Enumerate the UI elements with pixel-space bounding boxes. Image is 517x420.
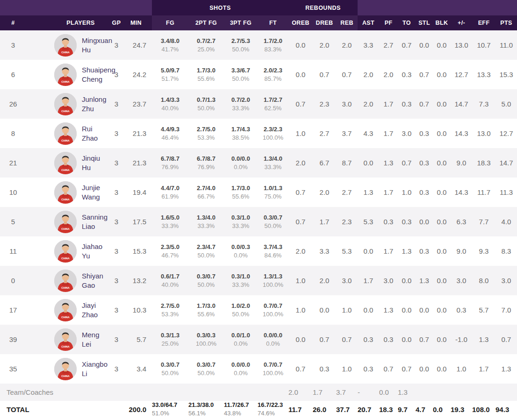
3pt-percentage: 0.0%: [224, 251, 258, 260]
ft-cell: 0.3/0.7 50.0%: [258, 207, 288, 236]
3pt-made-attempted: 0.0/0.0: [224, 155, 258, 163]
jersey-number: 21: [0, 148, 26, 178]
player-cell[interactable]: CHINA Shuaipeng Cheng: [26, 60, 107, 89]
3pt-made-attempted: 0.0/0.3: [224, 243, 258, 251]
player-cell[interactable]: CHINA Jiayi Zhao: [26, 295, 107, 325]
player-cell[interactable]: CHINA Mingxuan Hu: [26, 30, 107, 60]
player-name[interactable]: Shiyan Gao: [82, 271, 107, 290]
col-gp: GP: [107, 15, 126, 30]
pts-value: 12.7: [495, 119, 517, 148]
player-row[interactable]: 26 CHINA Junlong Zhu 3 23.7: [0, 89, 517, 119]
header-spacer-left: [0, 0, 152, 15]
to-value: 0.7: [398, 30, 416, 60]
total-2pt-pct: 56.1%: [188, 409, 224, 418]
player-row[interactable]: 21 CHINA Jinqiu Hu 3 21.3: [0, 148, 517, 178]
fg-made-attempted: 1.4/3.3: [152, 96, 188, 104]
oreb-value: 0.0: [288, 60, 313, 89]
ft-made-attempted: 0.0/0.0: [258, 331, 288, 340]
player-rows: 3 CHINA Mingxuan Hu 3 24.7: [0, 30, 517, 384]
col-3pt-fg: 3PT FG: [224, 15, 258, 30]
blk-value: 0.0: [433, 295, 451, 325]
player-avatar-icon: CHINA: [54, 270, 77, 292]
plus-minus-value: 13.0: [451, 30, 472, 60]
2pt-made-attempted: 0.3/0.7: [188, 361, 224, 369]
player-name[interactable]: Meng Lei: [82, 330, 107, 349]
min-value: 24.7: [126, 30, 152, 60]
col-dreb: DREB: [313, 15, 336, 30]
3pt-fg-cell: 0.0/0.3 0.0%: [224, 236, 258, 266]
jersey-number: 10: [0, 178, 26, 207]
pf-value: 1.7: [379, 236, 398, 266]
eff-value: 11.7: [472, 178, 495, 207]
player-row[interactable]: 0 CHINA Shiyan Gao 3 13.2: [0, 266, 517, 295]
min-value: 15.3: [126, 236, 152, 266]
player-name[interactable]: Junjie Wang: [82, 183, 107, 201]
player-row[interactable]: 8 CHINA Rui Zhao 3 21.3: [0, 119, 517, 148]
player-name[interactable]: Shuaipeng Cheng: [82, 65, 115, 84]
player-row[interactable]: 3 CHINA Mingxuan Hu 3 24.7: [0, 30, 517, 60]
dreb-value: 3.3: [313, 236, 336, 266]
stl-value: 0.3: [416, 178, 433, 207]
player-name[interactable]: Mingxuan Hu: [82, 36, 112, 54]
ft-cell: 2.3/2.3 100.0%: [258, 119, 288, 148]
player-cell[interactable]: CHINA Sanning Liao: [26, 207, 107, 236]
ft-cell: 2.0/2.3 85.7%: [258, 60, 288, 89]
stl-value: 1.3: [416, 266, 433, 295]
ft-percentage: 100.0%: [258, 281, 288, 289]
player-cell[interactable]: CHINA Xiangbo Li: [26, 354, 107, 384]
player-name[interactable]: Sanning Liao: [82, 213, 108, 231]
player-row[interactable]: 10 CHINA Junjie Wang 3 19.4: [0, 178, 517, 207]
player-cell[interactable]: CHINA Jinqiu Hu: [26, 148, 107, 178]
2pt-fg-cell: 0.7/2.7 25.0%: [188, 30, 224, 60]
pts-value: 0.7: [495, 325, 517, 354]
player-cell[interactable]: CHINA Jiahao Yu: [26, 236, 107, 266]
total-ft-cell: 16.7/22.3 74.6%: [258, 401, 288, 418]
fg-made-attempted: 2.7/5.0: [152, 302, 188, 310]
dreb-value: 0.7: [313, 325, 336, 354]
player-name[interactable]: Junlong Zhu: [82, 95, 107, 113]
team-dreb: 1.7: [313, 384, 336, 401]
player-cell[interactable]: CHINA Meng Lei: [26, 325, 107, 354]
gp-value: 3: [107, 178, 126, 207]
player-cell[interactable]: CHINA Junjie Wang: [26, 178, 107, 207]
stl-value: 0.0: [416, 30, 433, 60]
player-row[interactable]: 11 CHINA Jiahao Yu 3 15.3: [0, 236, 517, 266]
min-value: 21.3: [126, 148, 152, 178]
eff-value: 13.3: [472, 60, 495, 89]
player-name[interactable]: Jiayi Zhao: [82, 301, 107, 319]
player-cell[interactable]: CHINA Rui Zhao: [26, 119, 107, 148]
to-value: 1.3: [398, 236, 416, 266]
min-value: 19.4: [126, 178, 152, 207]
total-ft-pct: 74.6%: [258, 409, 288, 418]
total-blk: 0.0: [433, 401, 451, 418]
2pt-made-attempted: 1.3/4.0: [188, 214, 224, 222]
oreb-value: 0.7: [288, 354, 313, 384]
player-name[interactable]: Xiangbo Li: [82, 360, 108, 378]
dreb-value: 2.0: [313, 30, 336, 60]
to-value: 0.0: [398, 295, 416, 325]
player-row[interactable]: 5 CHINA Sanning Liao 3 17.5: [0, 207, 517, 236]
2pt-percentage: 55.6%: [188, 310, 224, 319]
fg-cell: 0.3/0.7 50.0%: [152, 354, 188, 384]
2pt-percentage: 50.0%: [188, 369, 224, 377]
blk-value: 0.0: [433, 89, 451, 119]
fg-percentage: 46.7%: [152, 251, 188, 260]
2pt-percentage: 33.3%: [188, 222, 224, 230]
player-name[interactable]: Jiahao Yu: [82, 242, 107, 260]
3pt-percentage: 0.0%: [224, 163, 258, 171]
player-cell[interactable]: CHINA Shiyan Gao: [26, 266, 107, 295]
player-row[interactable]: 17 CHINA Jiayi Zhao 3 10.3: [0, 295, 517, 325]
player-row[interactable]: 35 CHINA Xiangbo Li 3 3.4: [0, 354, 517, 384]
player-name[interactable]: Rui Zhao: [82, 124, 107, 142]
col-ft: FT: [258, 15, 288, 30]
reb-value: 1.0: [336, 295, 358, 325]
oreb-value: 1.0: [288, 295, 313, 325]
player-cell[interactable]: CHINA Junlong Zhu: [26, 89, 107, 119]
player-row[interactable]: 6 CHINA Shuaipeng Cheng 3 24.2: [0, 60, 517, 89]
player-name[interactable]: Jinqiu Hu: [82, 154, 107, 172]
jersey-number: 35: [0, 354, 26, 384]
ast-value: 0.3: [358, 325, 379, 354]
total-pts: 94.3: [495, 401, 517, 418]
player-row[interactable]: 39 CHINA Meng Lei 3 5.7: [0, 325, 517, 354]
fg-percentage: 46.4%: [152, 134, 188, 142]
